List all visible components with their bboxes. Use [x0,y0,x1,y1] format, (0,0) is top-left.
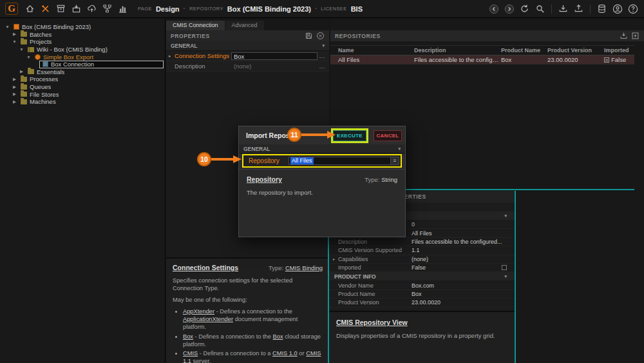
chevron-right-icon[interactable]: ▶ [18,69,25,74]
upload-icon[interactable] [573,3,585,15]
dropdown-icon[interactable]: ≡ [390,157,399,164]
chevron-right-icon[interactable]: ▶ [11,84,18,90]
property-value: (none) [412,256,507,262]
licensee-value: BIS [351,5,363,13]
property-row[interactable]: Product Version23.00.0020 [329,299,515,307]
bar-chart-icon[interactable] [117,3,129,15]
repository-combobox[interactable]: All Files ≡ [289,157,399,165]
help-bullet: CMIS - Defines a connection to a CMIS 1.… [183,349,323,363]
folder-icon [21,32,27,37]
tree-item[interactable]: ▶Machines [0,98,165,106]
column-header[interactable]: Imported [604,47,634,54]
more-button[interactable]: … [317,52,327,59]
tools-icon[interactable] [39,3,52,15]
column-header[interactable]: Description [414,47,501,54]
refresh-icon[interactable] [518,3,531,15]
description-value[interactable]: (none) [231,63,317,70]
chevron-down-icon: ▾ [504,213,507,219]
column-header[interactable]: Product Name [501,47,547,54]
properties-header: PROPERTIES [166,30,329,41]
help-line: Specifies connection settings for the se… [173,277,323,292]
help-link[interactable]: CMIS [183,350,198,357]
help-link[interactable]: Box [183,333,193,340]
cloud-upload-icon[interactable] [86,3,98,15]
tree-item[interactable]: ▼Simple Box Export [0,53,165,61]
grooper-logo-icon[interactable]: G [5,3,18,15]
help-text-segment: - Defines a connection to a [198,350,272,357]
cell-product-name: Box [501,56,547,63]
property-row[interactable]: ImportedFalse [329,264,515,272]
tree-item-label: File Stores [30,91,59,98]
repository-field-label: Repository [249,157,289,164]
repository-selector[interactable]: Box (CMIS Binding 2023) [227,5,311,13]
workflow-icon[interactable] [101,3,113,15]
cancel-button[interactable]: CANCEL [374,130,402,141]
tree-item[interactable]: ▶Essentials [0,68,165,76]
repositories-table-header: NameDescriptionProduct NameProduct Versi… [330,45,634,55]
help-link[interactable]: CMIS 1.0 [272,350,298,357]
property-row[interactable]: DescriptionFiles accessible to the confi… [329,238,515,246]
type-link[interactable]: CMIS Binding [285,264,323,271]
checkbox[interactable] [502,265,507,270]
imported-value: False [611,56,626,63]
general-section-header[interactable]: GENERAL ▾ [166,41,329,51]
tab-advanced[interactable]: Advanced [225,21,264,30]
book-icon [28,47,34,52]
chevron-right-icon[interactable]: ▸ [333,257,338,261]
import-box-icon[interactable] [70,3,82,15]
close-icon[interactable] [316,32,325,40]
chevron-down-icon[interactable]: ▼ [18,47,25,52]
tab-cmis-connection[interactable]: CMIS Connection [166,21,225,30]
property-row[interactable]: CMIS Version Supported1.1 [329,246,515,255]
tree-item[interactable]: ▶Batches [0,31,165,39]
chevron-right-icon[interactable]: ▶ [11,77,18,82]
chevron-right-icon[interactable]: ▶ [11,92,18,97]
chevron-down-icon[interactable]: ▼ [4,25,11,29]
connection-settings-value[interactable]: Box [231,52,317,60]
back-icon[interactable] [488,3,500,15]
tree-item[interactable]: ▶File Stores [0,90,165,98]
chevron-right-icon[interactable]: ▶ [11,32,18,37]
import-tray-icon[interactable] [620,32,628,40]
property-section-header[interactable]: PRODUCT INFO▾ [329,272,515,281]
tree-item[interactable]: ▶Processes [0,75,165,83]
repositories-table-body: All FilesFiles accessible to the configu… [330,55,644,64]
tree-item[interactable]: ▼Box (CMIS Binding 2023) [0,23,165,31]
separator: · [315,5,317,12]
tree-item-label: Box Connection [51,61,94,68]
repository-row[interactable]: All FilesFiles accessible to the configu… [330,55,634,64]
column-header[interactable]: Name [330,47,414,54]
execute-button[interactable]: EXECUTE [333,130,366,141]
help-link[interactable]: AppXtender [183,308,214,315]
user-icon[interactable] [611,3,623,15]
property-value: Files accessible to the configured... [412,239,507,245]
breadcrumb: PAGE Design · REPOSITORY Box (CMIS Bindi… [138,5,363,13]
archive-icon[interactable] [55,3,67,15]
download-icon[interactable] [557,3,569,15]
help-link[interactable]: ApplicationXtender [183,316,233,322]
tree-item[interactable]: Box Connection [0,61,165,68]
chevron-right-icon[interactable]: ▸ [169,54,175,59]
tree-item[interactable]: ▼Wiki - Box (CMIS Binding) [0,46,165,54]
more-button[interactable]: … [317,63,327,70]
chevron-down-icon[interactable]: ▼ [25,55,32,59]
forward-icon[interactable] [503,3,515,15]
help-icon[interactable] [627,3,639,15]
topbar: G PAGE Design · REPOSITORY Box (CMIS Bin… [0,0,644,18]
database-icon[interactable] [596,3,608,15]
column-header[interactable]: Product Version [547,47,604,54]
add-box-icon[interactable] [631,32,639,40]
chevron-right-icon[interactable]: ▶ [11,99,18,104]
tree-item[interactable]: ▶Queues [0,83,165,91]
property-row[interactable]: Vendor NameBox.com [329,281,515,289]
home-icon[interactable] [24,3,36,15]
tree-item[interactable]: ▼Projects [0,38,165,46]
search-icon[interactable] [534,3,546,15]
property-row[interactable]: ▸Capabilities(none) [329,255,515,264]
save-icon[interactable] [305,32,313,40]
help-link[interactable]: Box [273,333,283,340]
page-selector[interactable]: Design [156,5,180,13]
dialog-general-section[interactable]: GENERAL ▾ [239,144,405,153]
property-row[interactable]: Product NameBox [329,290,515,299]
chevron-down-icon[interactable]: ▼ [11,39,18,44]
